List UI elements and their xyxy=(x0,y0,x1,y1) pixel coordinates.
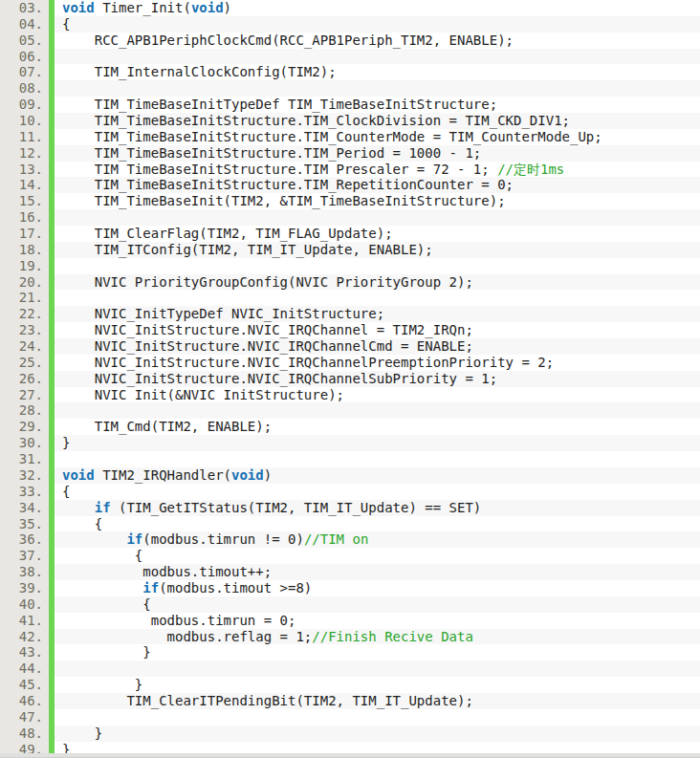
code-line: 17. TIM_ClearFlag(TIM2, TIM_FLAG_Update)… xyxy=(0,226,700,242)
code-line: 44. xyxy=(0,661,700,677)
code-token: NVIC_PriorityGroupConfig(NVIC_PriorityGr… xyxy=(62,274,473,290)
code-token: modbus.reflag = 1; xyxy=(62,629,312,644)
code-line: 33.{ xyxy=(0,484,700,500)
line-number: 25. xyxy=(0,355,49,371)
line-number: 11. xyxy=(0,129,49,145)
code-line: 35. { xyxy=(0,516,700,532)
code-token: { xyxy=(62,596,151,612)
code-text: TIM_TimeBaseInit(TIM2, &TIM_TimeBaseInit… xyxy=(55,193,700,209)
code-text xyxy=(55,80,700,97)
code-text: NVIC_PriorityGroupConfig(NVIC_PriorityGr… xyxy=(55,274,700,291)
line-number: 39. xyxy=(0,580,49,596)
code-line: 11. TIM_TimeBaseInitStructure.TIM_Counte… xyxy=(0,129,700,145)
code-line: 40. { xyxy=(0,596,700,613)
code-text: TIM_TimeBaseInitStructure.TIM_Prescaler … xyxy=(55,162,700,178)
line-number: 43. xyxy=(0,644,49,661)
line-number: 47. xyxy=(0,709,49,726)
line-number: 45. xyxy=(0,677,49,693)
line-number: 08. xyxy=(0,80,49,97)
code-text xyxy=(55,209,700,226)
comment-token: //Finish Recive Data xyxy=(312,629,473,644)
code-token: NVIC_InitStructure.NVIC_IRQChannelCmd = … xyxy=(62,338,473,354)
code-text: NVIC_InitTypeDef NVIC_InitStructure; xyxy=(55,306,700,322)
code-line: 03.void Timer_Init(void) xyxy=(0,0,700,16)
code-line: 47. xyxy=(0,709,700,726)
line-number: 14. xyxy=(0,177,49,193)
line-number: 09. xyxy=(0,97,49,113)
code-line: 14. TIM_TimeBaseInitStructure.TIM_Repeti… xyxy=(0,177,700,193)
keyword-token: void xyxy=(191,0,224,15)
code-token: { xyxy=(62,548,142,563)
code-line: 27. NVIC_Init(&NVIC_InitStructure); xyxy=(0,387,700,403)
code-token: TIM_TimeBaseInit(TIM2, &TIM_TimeBaseInit… xyxy=(62,193,506,208)
code-line: 23. NVIC_InitStructure.NVIC_IRQChannel =… xyxy=(0,322,700,338)
code-text: modbus.timout++; xyxy=(55,564,700,580)
code-text: NVIC_InitStructure.NVIC_IRQChannelSubPri… xyxy=(55,371,700,387)
line-number: 16. xyxy=(0,209,49,226)
code-text: } xyxy=(55,726,700,742)
line-number: 05. xyxy=(0,32,49,49)
code-line: 26. NVIC_InitStructure.NVIC_IRQChannelSu… xyxy=(0,371,700,387)
code-text: void Timer_Init(void) xyxy=(55,0,700,16)
code-token: TIM_TimeBaseInitStructure.TIM_Prescaler … xyxy=(62,162,497,177)
code-token: modbus.timout++; xyxy=(62,564,272,579)
code-line: 07. TIM_InternalClockConfig(TIM2); xyxy=(0,64,700,80)
line-number: 15. xyxy=(0,193,49,209)
line-number: 46. xyxy=(0,693,49,709)
code-text: TIM_ITConfig(TIM2, TIM_IT_Update, ENABLE… xyxy=(55,242,700,258)
line-number: 20. xyxy=(0,274,49,291)
code-line: 20. NVIC_PriorityGroupConfig(NVIC_Priori… xyxy=(0,274,700,291)
code-line: 37. { xyxy=(0,548,700,564)
code-token: modbus.timrun = 0; xyxy=(62,613,295,628)
code-token xyxy=(62,500,95,515)
code-token: { xyxy=(62,484,70,499)
line-number: 12. xyxy=(0,145,49,162)
line-number: 27. xyxy=(0,387,49,403)
line-number: 41. xyxy=(0,613,49,629)
line-number: 36. xyxy=(0,531,49,548)
code-token: Timer_Init( xyxy=(95,0,191,15)
code-token: } xyxy=(62,644,151,660)
code-line: 13. TIM_TimeBaseInitStructure.TIM_Presca… xyxy=(0,162,700,178)
code-token xyxy=(62,531,126,547)
line-number: 24. xyxy=(0,338,49,355)
keyword-token: void xyxy=(62,0,95,15)
code-text: TIM_TimeBaseInitStructure.TIM_Repetition… xyxy=(55,177,700,193)
code-line: 12. TIM_TimeBaseInitStructure.TIM_Period… xyxy=(0,145,700,162)
code-line: 21. xyxy=(0,290,700,306)
comment-token: //TIM on xyxy=(304,531,368,547)
line-number: 44. xyxy=(0,661,49,677)
line-number: 37. xyxy=(0,548,49,564)
code-text xyxy=(55,290,700,306)
line-number: 33. xyxy=(0,484,49,500)
code-token: TIM_TimeBaseInitStructure.TIM_Period = 1… xyxy=(62,145,481,161)
line-number: 17. xyxy=(0,226,49,242)
line-number: 21. xyxy=(0,290,49,306)
line-number: 29. xyxy=(0,419,49,435)
code-text: NVIC_InitStructure.NVIC_IRQChannel = TIM… xyxy=(55,322,700,338)
code-text xyxy=(55,661,700,677)
code-token: (TIM_GetITStatus(TIM2, TIM_IT_Update) ==… xyxy=(111,500,482,515)
line-number: 38. xyxy=(0,564,49,580)
code-token: } xyxy=(62,726,102,741)
code-text: { xyxy=(55,484,700,500)
code-token: TIM_InternalClockConfig(TIM2); xyxy=(62,64,337,79)
code-line: 04.{ xyxy=(0,16,700,32)
code-text: { xyxy=(55,516,700,532)
code-line: 19. xyxy=(0,258,700,274)
line-number: 10. xyxy=(0,113,49,129)
line-number: 18. xyxy=(0,242,49,258)
code-text: { xyxy=(55,596,700,613)
code-text: modbus.timrun = 0; xyxy=(55,613,700,629)
code-token: NVIC_InitTypeDef NVIC_InitStructure; xyxy=(62,306,384,321)
code-token: TIM_ITConfig(TIM2, TIM_IT_Update, ENABLE… xyxy=(62,242,433,257)
code-line: 18. TIM_ITConfig(TIM2, TIM_IT_Update, EN… xyxy=(0,242,700,258)
code-token: NVIC_InitStructure.NVIC_IRQChannelSubPri… xyxy=(62,371,497,386)
code-token: NVIC_InitStructure.NVIC_IRQChannel = TIM… xyxy=(62,322,473,337)
code-line: 22. NVIC_InitTypeDef NVIC_InitStructure; xyxy=(0,306,700,322)
code-line: 32.void TIM2_IRQHandler(void) xyxy=(0,467,700,484)
code-line: 39. if(modbus.timout >=8) xyxy=(0,580,700,596)
code-line: 25. NVIC_InitStructure.NVIC_IRQChannelPr… xyxy=(0,355,700,371)
code-line: 34. if (TIM_GetITStatus(TIM2, TIM_IT_Upd… xyxy=(0,500,700,516)
line-number: 26. xyxy=(0,371,49,387)
